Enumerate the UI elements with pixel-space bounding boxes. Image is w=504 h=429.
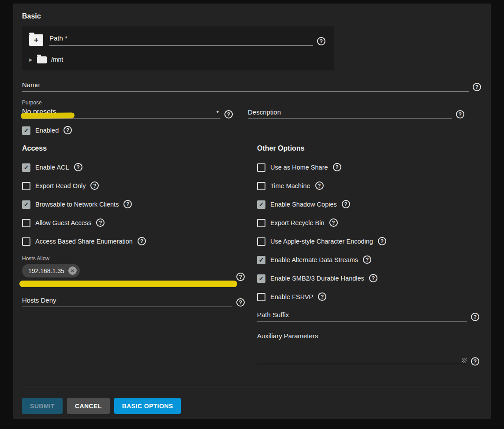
help-icon[interactable]: ? bbox=[342, 200, 350, 208]
checkbox-label[interactable]: Export Recycle Bin bbox=[270, 219, 325, 226]
help-icon[interactable]: ? bbox=[236, 298, 245, 307]
chip-remove-icon[interactable]: × bbox=[68, 266, 77, 275]
help-icon[interactable]: ? bbox=[317, 37, 325, 45]
help-icon[interactable]: ? bbox=[456, 110, 464, 118]
checkbox-allow-guest-access[interactable] bbox=[22, 219, 30, 227]
auxiliary-parameters-field: Auxiliary Parameters ? bbox=[257, 332, 481, 364]
path-input[interactable]: Path * bbox=[49, 34, 313, 46]
help-icon[interactable]: ? bbox=[74, 163, 82, 171]
checkbox-row: Enable Shadow Copies ? bbox=[257, 200, 481, 209]
cancel-button[interactable]: CANCEL bbox=[67, 398, 110, 414]
hosts-allow-chip[interactable]: 192.168.1.35 × bbox=[22, 264, 80, 277]
hosts-allow-input[interactable]: 192.168.1.35 × bbox=[22, 264, 232, 281]
help-icon[interactable]: ? bbox=[63, 126, 72, 134]
checkbox-enable-smb-durable-handles[interactable] bbox=[257, 274, 265, 283]
checkbox-label[interactable]: Allow Guest Access bbox=[35, 219, 91, 226]
purpose-value: No presets bbox=[22, 108, 56, 116]
auxiliary-parameters-textarea[interactable] bbox=[257, 344, 467, 364]
hosts-deny-field: Hosts Deny ? bbox=[22, 296, 245, 307]
checkbox-row: Allow Guest Access ? bbox=[22, 218, 257, 227]
resize-handle-icon[interactable] bbox=[462, 358, 467, 362]
checkbox-row: Enable Alternate Data Streams ? bbox=[257, 255, 481, 264]
checkbox-row: Enable SMB2/3 Durable Handles ? bbox=[257, 274, 481, 283]
checkbox-enabled[interactable] bbox=[22, 126, 30, 135]
access-column: Access Enable ACL ? Export Read Only ? B… bbox=[22, 142, 257, 307]
checkbox-label[interactable]: Export Read Only bbox=[35, 182, 86, 189]
checkbox-row: Enable ACL ? bbox=[22, 163, 257, 172]
help-icon[interactable]: ? bbox=[333, 163, 341, 171]
submit-button[interactable]: SUBMIT bbox=[22, 398, 63, 414]
other-options-heading: Other Options bbox=[257, 144, 481, 152]
expand-caret-icon[interactable]: ▶ bbox=[29, 57, 37, 62]
description-label: Description bbox=[248, 108, 281, 116]
path-suffix-input[interactable]: Path Suffix bbox=[257, 311, 467, 322]
form-actions: SUBMIT CANCEL BASIC OPTIONS bbox=[22, 388, 481, 414]
checkbox-apple-style-character-encoding[interactable] bbox=[257, 237, 265, 246]
checkbox-enable-shadow-copies[interactable] bbox=[257, 200, 265, 209]
purpose-field: Purpose No presets ▼ ? bbox=[22, 100, 233, 119]
checkbox-browsable-to-network-clients[interactable] bbox=[22, 200, 30, 209]
checkbox-label[interactable]: Enable ACL bbox=[35, 164, 69, 171]
checkbox-label[interactable]: Enable Alternate Data Streams bbox=[270, 256, 358, 263]
checkbox-label[interactable]: Enable Shadow Copies bbox=[270, 201, 337, 208]
checkbox-enable-fsrvp[interactable] bbox=[257, 293, 265, 301]
help-icon[interactable]: ? bbox=[378, 237, 386, 245]
checkbox-use-as-home-share[interactable] bbox=[257, 163, 265, 172]
checkbox-label[interactable]: Enabled bbox=[35, 127, 59, 134]
name-field: Name ? bbox=[22, 81, 481, 92]
checkbox-row: Export Recycle Bin ? bbox=[257, 218, 481, 227]
chevron-down-icon: ▼ bbox=[216, 110, 220, 114]
help-icon[interactable]: ? bbox=[369, 274, 377, 282]
basic-heading: Basic bbox=[22, 12, 481, 20]
tree-node-mnt[interactable]: ▶ /mnt bbox=[29, 55, 325, 63]
hosts-deny-input[interactable]: Hosts Deny bbox=[22, 296, 232, 307]
add-folder-icon[interactable]: + bbox=[29, 34, 43, 46]
checkbox-export-read-only[interactable] bbox=[22, 182, 30, 190]
help-icon[interactable]: ? bbox=[473, 83, 481, 91]
checkbox-label[interactable]: Use as Home Share bbox=[270, 164, 328, 171]
help-icon[interactable]: ? bbox=[329, 218, 338, 227]
help-icon[interactable]: ? bbox=[96, 218, 105, 227]
help-icon[interactable]: ? bbox=[236, 273, 245, 281]
description-field: Description ? bbox=[248, 100, 481, 119]
checkbox-enable-acl[interactable] bbox=[22, 163, 30, 172]
help-icon[interactable]: ? bbox=[123, 200, 132, 208]
help-icon[interactable]: ? bbox=[471, 357, 479, 366]
checkbox-access-based-share-enumeration[interactable] bbox=[22, 237, 30, 246]
description-input[interactable]: Description bbox=[248, 108, 452, 119]
checkbox-enable-alternate-data-streams[interactable] bbox=[257, 256, 265, 264]
help-icon[interactable]: ? bbox=[471, 313, 479, 321]
name-input[interactable]: Name bbox=[22, 81, 469, 92]
checkbox-label[interactable]: Browsable to Network Clients bbox=[35, 201, 119, 208]
highlight-annotation-hosts-allow bbox=[19, 281, 237, 287]
help-icon[interactable]: ? bbox=[318, 292, 326, 301]
help-icon[interactable]: ? bbox=[138, 237, 146, 245]
checkbox-time-machine[interactable] bbox=[257, 182, 265, 190]
auxiliary-parameters-label: Auxiliary Parameters bbox=[257, 332, 479, 340]
purpose-select[interactable]: No presets ▼ bbox=[22, 108, 220, 119]
checkbox-label[interactable]: Use Apple-style Character Encoding bbox=[270, 238, 373, 245]
help-icon[interactable]: ? bbox=[224, 110, 233, 118]
checkbox-label[interactable]: Enable SMB2/3 Durable Handles bbox=[270, 275, 364, 282]
help-icon[interactable]: ? bbox=[315, 181, 324, 190]
access-heading: Access bbox=[22, 144, 257, 152]
checkbox-row: Use Apple-style Character Encoding ? bbox=[257, 237, 481, 246]
path-explorer-panel: + Path * ? ▶ /mnt bbox=[22, 26, 334, 70]
purpose-label: Purpose bbox=[22, 100, 233, 106]
chip-label: 192.168.1.35 bbox=[28, 267, 64, 274]
checkbox-label[interactable]: Time Machine bbox=[270, 182, 310, 189]
help-icon[interactable]: ? bbox=[363, 255, 371, 264]
basic-options-button[interactable]: BASIC OPTIONS bbox=[114, 398, 181, 414]
folder-icon bbox=[37, 56, 47, 63]
purpose-description-row: Purpose No presets ▼ ? Description ? bbox=[22, 100, 481, 119]
checkbox-label[interactable]: Enable FSRVP bbox=[270, 293, 313, 300]
checkbox-row: Access Based Share Enumeration ? bbox=[22, 237, 257, 246]
checkbox-export-recycle-bin[interactable] bbox=[257, 219, 265, 227]
help-icon[interactable]: ? bbox=[90, 181, 99, 190]
path-input-row: + Path * ? bbox=[29, 33, 325, 46]
path-suffix-label: Path Suffix bbox=[257, 311, 289, 318]
path-field: Path * ? bbox=[49, 34, 325, 46]
name-label: Name bbox=[22, 81, 40, 89]
checkbox-label[interactable]: Access Based Share Enumeration bbox=[35, 238, 133, 245]
share-form-card: Basic + Path * ? ▶ /mnt Name ? Purpose bbox=[13, 4, 491, 419]
